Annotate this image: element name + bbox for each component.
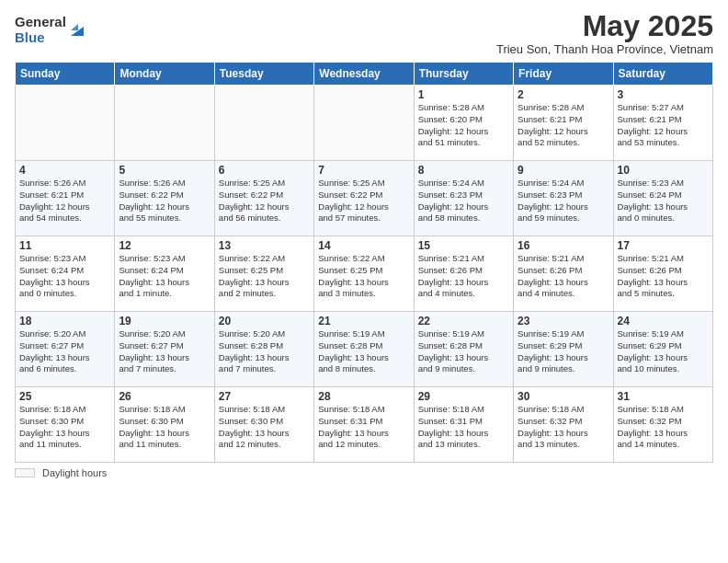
day-info: Sunrise: 5:18 AM Sunset: 6:30 PM Dayligh… [19,404,110,451]
calendar-cell: 31Sunrise: 5:18 AM Sunset: 6:32 PM Dayli… [613,387,712,463]
day-number: 24 [618,315,709,327]
legend-box [15,468,35,477]
calendar-cell: 30Sunrise: 5:18 AM Sunset: 6:32 PM Dayli… [514,387,613,463]
calendar-cell: 15Sunrise: 5:21 AM Sunset: 6:26 PM Dayli… [414,236,513,312]
calendar-header-saturday: Saturday [613,63,712,86]
day-number: 7 [318,164,409,177]
day-info: Sunrise: 5:19 AM Sunset: 6:29 PM Dayligh… [618,328,709,375]
calendar-cell: 26Sunrise: 5:18 AM Sunset: 6:30 PM Dayli… [115,387,214,463]
day-number: 31 [618,390,709,403]
calendar-cell: 16Sunrise: 5:21 AM Sunset: 6:26 PM Dayli… [514,236,613,312]
day-info: Sunrise: 5:24 AM Sunset: 6:23 PM Dayligh… [518,178,609,224]
calendar-cell: 7Sunrise: 5:25 AM Sunset: 6:22 PM Daylig… [314,161,414,236]
calendar-cell: 19Sunrise: 5:20 AM Sunset: 6:27 PM Dayli… [115,312,214,387]
calendar-week-2: 4Sunrise: 5:26 AM Sunset: 6:21 PM Daylig… [16,161,713,236]
calendar-cell: 2Sunrise: 5:28 AM Sunset: 6:21 PM Daylig… [514,86,613,161]
calendar-cell: 1Sunrise: 5:28 AM Sunset: 6:20 PM Daylig… [414,86,513,161]
day-info: Sunrise: 5:23 AM Sunset: 6:24 PM Dayligh… [119,253,210,300]
day-number: 11 [19,239,110,252]
day-number: 10 [618,164,709,177]
legend-label: Daylight hours [42,467,107,478]
day-number: 5 [119,164,210,177]
calendar-cell: 5Sunrise: 5:26 AM Sunset: 6:22 PM Daylig… [115,161,214,236]
day-info: Sunrise: 5:19 AM Sunset: 6:28 PM Dayligh… [318,328,409,375]
svg-marker-1 [71,24,78,30]
calendar-cell: 22Sunrise: 5:19 AM Sunset: 6:28 PM Dayli… [414,312,513,387]
location-title: Trieu Son, Thanh Hoa Province, Vietnam [496,42,713,56]
calendar-cell: 10Sunrise: 5:23 AM Sunset: 6:24 PM Dayli… [613,161,712,236]
day-number: 1 [418,88,509,101]
calendar-cell: 9Sunrise: 5:24 AM Sunset: 6:23 PM Daylig… [514,161,613,236]
calendar-cell: 6Sunrise: 5:25 AM Sunset: 6:22 PM Daylig… [214,161,313,236]
day-info: Sunrise: 5:19 AM Sunset: 6:29 PM Dayligh… [518,328,609,375]
day-info: Sunrise: 5:21 AM Sunset: 6:26 PM Dayligh… [518,253,609,300]
day-info: Sunrise: 5:18 AM Sunset: 6:32 PM Dayligh… [618,404,709,451]
day-number: 12 [119,239,210,252]
calendar-cell: 21Sunrise: 5:19 AM Sunset: 6:28 PM Dayli… [314,312,414,387]
day-info: Sunrise: 5:23 AM Sunset: 6:24 PM Dayligh… [19,253,110,300]
day-info: Sunrise: 5:18 AM Sunset: 6:30 PM Dayligh… [219,404,310,451]
day-info: Sunrise: 5:20 AM Sunset: 6:27 PM Dayligh… [19,328,110,375]
day-number: 25 [19,390,110,403]
calendar-cell: 24Sunrise: 5:19 AM Sunset: 6:29 PM Dayli… [613,312,712,387]
day-number: 26 [119,390,210,403]
calendar-cell [16,86,115,161]
day-info: Sunrise: 5:18 AM Sunset: 6:31 PM Dayligh… [418,404,509,451]
calendar-cell: 18Sunrise: 5:20 AM Sunset: 6:27 PM Dayli… [16,312,115,387]
day-number: 4 [19,164,110,177]
day-info: Sunrise: 5:26 AM Sunset: 6:22 PM Dayligh… [119,178,210,224]
calendar-header-thursday: Thursday [414,63,513,86]
calendar-header-monday: Monday [115,63,214,86]
calendar-cell: 4Sunrise: 5:26 AM Sunset: 6:21 PM Daylig… [16,161,115,236]
calendar-header-wednesday: Wednesday [314,63,414,86]
day-info: Sunrise: 5:18 AM Sunset: 6:31 PM Dayligh… [318,404,409,451]
calendar-header-tuesday: Tuesday [214,63,313,86]
day-info: Sunrise: 5:25 AM Sunset: 6:22 PM Dayligh… [318,178,409,224]
calendar-cell: 20Sunrise: 5:20 AM Sunset: 6:28 PM Dayli… [214,312,313,387]
calendar-table: SundayMondayTuesdayWednesdayThursdayFrid… [15,62,713,463]
calendar-cell: 14Sunrise: 5:22 AM Sunset: 6:25 PM Dayli… [314,236,414,312]
calendar-week-1: 1Sunrise: 5:28 AM Sunset: 6:20 PM Daylig… [16,86,713,161]
day-info: Sunrise: 5:28 AM Sunset: 6:20 PM Dayligh… [418,102,509,149]
day-number: 23 [518,315,609,327]
day-number: 28 [318,390,409,403]
calendar-cell: 11Sunrise: 5:23 AM Sunset: 6:24 PM Dayli… [16,236,115,312]
title-block: May 2025 Trieu Son, Thanh Hoa Province, … [496,11,713,56]
day-info: Sunrise: 5:21 AM Sunset: 6:26 PM Dayligh… [618,253,709,300]
calendar-cell: 23Sunrise: 5:19 AM Sunset: 6:29 PM Dayli… [514,312,613,387]
calendar-header-sunday: Sunday [16,63,115,86]
calendar-week-3: 11Sunrise: 5:23 AM Sunset: 6:24 PM Dayli… [16,236,713,312]
logo-icon [69,19,85,40]
day-number: 29 [418,390,509,403]
calendar-cell: 17Sunrise: 5:21 AM Sunset: 6:26 PM Dayli… [613,236,712,312]
calendar-week-4: 18Sunrise: 5:20 AM Sunset: 6:27 PM Dayli… [16,312,713,387]
day-info: Sunrise: 5:20 AM Sunset: 6:28 PM Dayligh… [219,328,310,375]
calendar-cell: 27Sunrise: 5:18 AM Sunset: 6:30 PM Dayli… [214,387,313,463]
day-info: Sunrise: 5:18 AM Sunset: 6:30 PM Dayligh… [119,404,210,451]
page: General Blue May 2025 Trieu Son, Thanh H… [0,0,728,563]
day-number: 8 [418,164,509,177]
logo: General Blue [15,15,85,45]
day-number: 20 [219,315,310,327]
calendar-week-5: 25Sunrise: 5:18 AM Sunset: 6:30 PM Dayli… [16,387,713,463]
day-number: 19 [119,315,210,327]
day-number: 18 [19,315,110,327]
day-number: 15 [418,239,509,252]
day-info: Sunrise: 5:22 AM Sunset: 6:25 PM Dayligh… [318,253,409,300]
day-info: Sunrise: 5:22 AM Sunset: 6:25 PM Dayligh… [219,253,310,300]
day-info: Sunrise: 5:23 AM Sunset: 6:24 PM Dayligh… [618,178,709,224]
day-info: Sunrise: 5:25 AM Sunset: 6:22 PM Dayligh… [219,178,310,224]
day-info: Sunrise: 5:26 AM Sunset: 6:21 PM Dayligh… [19,178,110,224]
calendar-header-friday: Friday [514,63,613,86]
day-number: 21 [318,315,409,327]
day-info: Sunrise: 5:28 AM Sunset: 6:21 PM Dayligh… [518,102,609,149]
logo-blue-text: Blue [15,30,66,46]
calendar-cell: 13Sunrise: 5:22 AM Sunset: 6:25 PM Dayli… [214,236,313,312]
day-number: 3 [618,88,709,101]
calendar-cell [214,86,313,161]
day-number: 30 [518,390,609,403]
day-info: Sunrise: 5:21 AM Sunset: 6:26 PM Dayligh… [418,253,509,300]
day-number: 17 [618,239,709,252]
day-info: Sunrise: 5:19 AM Sunset: 6:28 PM Dayligh… [418,328,509,375]
logo-general-text: General [15,15,66,30]
